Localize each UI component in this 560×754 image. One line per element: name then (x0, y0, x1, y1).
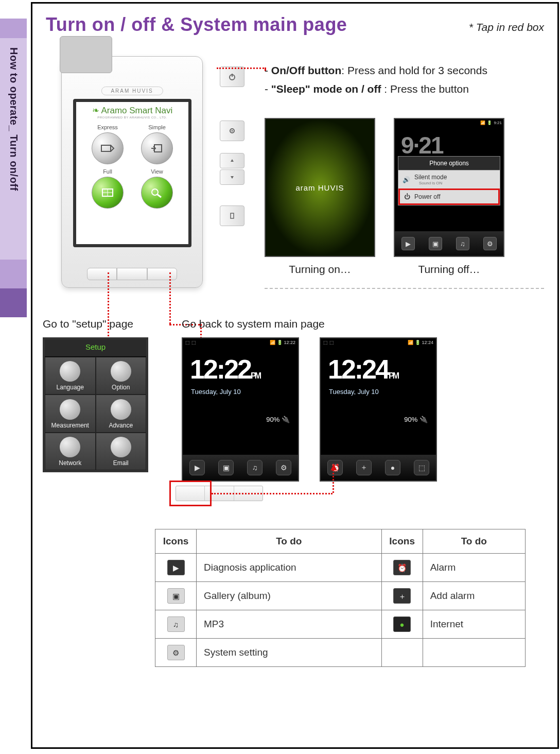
app-view[interactable]: View (135, 168, 179, 209)
power-icon: ⏻ (404, 193, 410, 200)
gallery-icon: ▣ (167, 588, 185, 604)
table-row: ▶ Diagnosis application ⏰ Alarm (155, 554, 526, 582)
red-highlight-box (169, 481, 212, 506)
tap-note: * Tap in red box (469, 21, 544, 33)
table-row: ⚙ System setting (155, 639, 526, 667)
lock-time: 9·21 (401, 131, 443, 159)
dock-mp3-icon[interactable]: ♫ (247, 460, 262, 475)
dock-settings-icon[interactable]: ⚙ (276, 460, 291, 475)
setup-thumb: Setup Language Option Measurement Advanc… (43, 337, 148, 472)
dock-add-alarm-icon[interactable]: ＋ (356, 460, 372, 475)
setup-network[interactable]: Network (45, 433, 96, 470)
system-main-thumb-2: ⬚ ⬚📶 🔋 12:24 12:24PM Tuesday, July 10 90… (320, 337, 437, 482)
instructions: - On/Off button: Press and hold for 3 se… (265, 61, 487, 98)
device-mock: ARAM HUVIS ❧ Aramo Smart Navi PROGRAMMED… (61, 56, 231, 293)
page-title: Turn on / off & System main page (46, 14, 347, 36)
camera-button[interactable] (220, 121, 244, 141)
silent-mode-row[interactable]: 🔊 Silent modeSound is ON (398, 170, 500, 188)
internet-icon: ● (393, 616, 411, 632)
table-row: ♫ MP3 ● Internet (155, 610, 526, 639)
volume-up-button[interactable] (220, 153, 244, 168)
settings-icon: ⚙ (167, 645, 185, 660)
dock-diagnosis-icon[interactable]: ▶ (189, 460, 205, 475)
callout-line (212, 493, 332, 494)
dock-icon[interactable]: ⚙ (483, 237, 497, 250)
table-header-todo: To do (197, 529, 382, 554)
svg-rect-0 (101, 145, 111, 151)
dock-gallery-icon[interactable]: ▣ (218, 460, 234, 475)
setup-header: Setup (45, 339, 146, 357)
icons-table: Icons To do Icons To do ▶ Diagnosis appl… (155, 529, 526, 667)
table-header-todo: To do (423, 529, 525, 554)
red-arrow-icon: ▴ (331, 460, 337, 473)
dock-icon[interactable]: ▶ (401, 237, 415, 250)
svg-rect-11 (231, 213, 234, 218)
device-app-title: Aramo Smart Navi (101, 106, 172, 115)
turning-off-caption: Turning off… (394, 263, 504, 276)
speaker-icon: 🔊 (402, 176, 410, 183)
volume-down-button[interactable] (220, 169, 244, 185)
mp3-icon: ♫ (167, 616, 185, 632)
svg-line-6 (157, 194, 161, 197)
app-express[interactable]: Express (85, 124, 130, 164)
setup-label: Go to "setup" page (43, 318, 133, 330)
app-simple[interactable]: Simple (135, 124, 179, 164)
turning-off-thumb: 📶🔋9:21 9·21 Phone options 🔊 Silent modeS… (394, 118, 504, 276)
sidebar-tab: How to operate_ Turn on/off (0, 19, 27, 348)
add-alarm-icon: ＋ (393, 588, 411, 604)
page-frame: Turn on / off & System main page * Tap i… (31, 2, 559, 749)
hw-button-left[interactable] (87, 268, 117, 280)
mode-button[interactable] (220, 205, 244, 226)
turning-on-caption: Turning on… (265, 263, 375, 276)
setup-option[interactable]: Option (96, 357, 147, 395)
phone-options-popup: Phone options 🔊 Silent modeSound is ON ⏻… (398, 156, 500, 205)
setup-email[interactable]: Email (96, 433, 147, 470)
hw-button-right[interactable] (147, 268, 177, 280)
table-header-icons: Icons (155, 529, 197, 554)
divider (265, 288, 544, 289)
alarm-icon: ⏰ (393, 560, 411, 575)
power-button[interactable] (220, 66, 244, 87)
dock-icon[interactable]: ⬚ (414, 460, 429, 475)
setup-advance[interactable]: Advance (96, 395, 147, 432)
device-screen: ❧ Aramo Smart Navi PROGRAMMED BY ARAMHUV… (73, 99, 191, 247)
app-full[interactable]: Full (85, 168, 130, 209)
power-off-row[interactable]: ⏻ Power off (398, 188, 500, 205)
sidebar-title: How to operate_ Turn on/off (8, 47, 20, 191)
svg-point-10 (232, 130, 233, 132)
device-brand: ARAM HUVIS (101, 87, 163, 95)
dock-icon[interactable]: ▣ (429, 237, 442, 250)
goback-label: Go back to system main page (182, 318, 325, 330)
hw-button-middle[interactable] (117, 268, 147, 280)
callout-line (217, 67, 264, 69)
setup-language[interactable]: Language (45, 357, 96, 395)
turning-on-thumb: aram HUVIS Turning on… (265, 118, 375, 276)
diagnosis-icon: ▶ (167, 560, 185, 575)
table-row: ▣ Gallery (album) ＋ Add alarm (155, 582, 526, 610)
splash-logo: aram HUVIS (295, 183, 344, 192)
table-header-icons: Icons (381, 529, 423, 554)
hw-button-bar (87, 268, 177, 280)
system-main-thumb-1: ⬚ ⬚📶 🔋 12:22 12:22PM Tuesday, July 10 90… (182, 337, 299, 482)
dock-internet-icon[interactable]: ● (385, 460, 400, 475)
callout-line (169, 272, 171, 324)
popup-title: Phone options (398, 157, 500, 170)
setup-measurement[interactable]: Measurement (45, 395, 96, 432)
dock-icon[interactable]: ♫ (456, 237, 469, 250)
